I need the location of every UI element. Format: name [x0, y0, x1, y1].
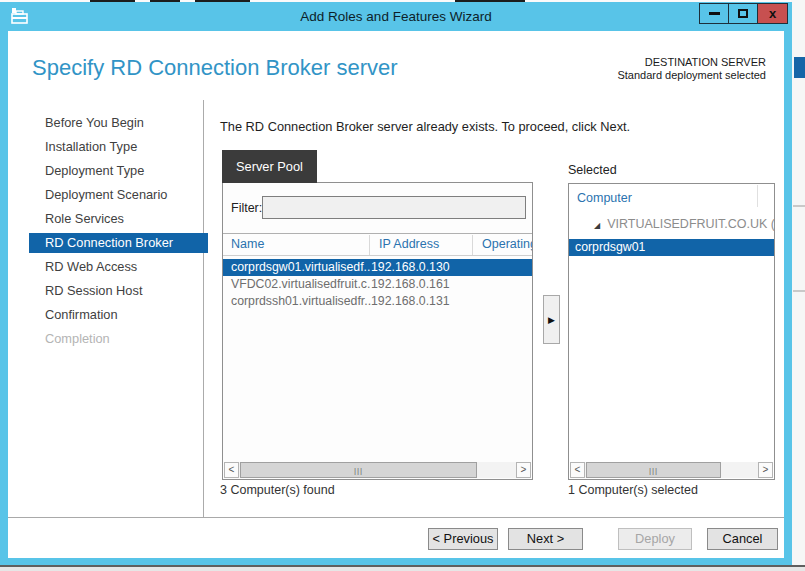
- scrollbar-thumb[interactable]: |||: [586, 462, 721, 478]
- computers-found-status: 3 Computer(s) found: [220, 483, 335, 497]
- destination-server-label: DESTINATION SERVER: [645, 56, 766, 68]
- sidebar-item-completion: Completion: [29, 329, 208, 349]
- table-header-underline: [223, 255, 532, 256]
- column-header-computer[interactable]: Computer: [577, 191, 632, 205]
- server-name-cell: corprdsgw01.virtualisedf...: [223, 259, 371, 276]
- sidebar-item-before-you-begin[interactable]: Before You Begin: [29, 113, 208, 133]
- close-icon: x: [769, 7, 776, 20]
- wizard-steps-nav: Before You Begin Installation Type Deplo…: [29, 113, 208, 353]
- sidebar-item-confirmation[interactable]: Confirmation: [29, 305, 208, 325]
- scroll-right-icon[interactable]: >: [516, 462, 531, 478]
- domain-group-label: VIRTUALISEDFRUIT.CO.UK (1: [607, 217, 775, 231]
- sidebar-item-installation-type[interactable]: Installation Type: [29, 137, 208, 157]
- server-ip-cell: 192.168.0.161: [371, 276, 450, 293]
- tree-expanded-icon: ◢: [594, 221, 600, 230]
- destination-server-value: Standard deployment selected: [617, 69, 766, 81]
- wizard-content: Specify RD Connection Broker server DEST…: [8, 31, 784, 558]
- table-row[interactable]: corprdsgw01.virtualisedf... 192.168.0.13…: [223, 259, 532, 276]
- horizontal-scrollbar[interactable]: < ||| >: [570, 462, 773, 478]
- page-title: Specify RD Connection Broker server: [32, 55, 398, 81]
- scroll-left-icon[interactable]: <: [224, 462, 239, 478]
- column-header-ip-address[interactable]: IP Address: [379, 237, 439, 251]
- selected-computers-panel: Computer ◢VIRTUALISEDFRUIT.CO.UK (1 corp…: [568, 183, 775, 480]
- table-row[interactable]: corprdssh01.virtualisedfr... 192.168.0.1…: [223, 293, 532, 310]
- filter-input[interactable]: [262, 196, 526, 219]
- selected-computer-item[interactable]: corprdsgw01: [569, 239, 774, 256]
- sidebar-item-deployment-type[interactable]: Deployment Type: [29, 161, 208, 181]
- selected-panel-label: Selected: [568, 163, 617, 177]
- background-window-fragment: [0, 567, 805, 571]
- close-button[interactable]: x: [757, 3, 788, 24]
- background-window-fragment: [793, 205, 805, 207]
- scroll-right-icon[interactable]: >: [758, 462, 773, 478]
- sidebar-item-role-services[interactable]: Role Services: [29, 209, 208, 229]
- filter-label: Filter:: [231, 201, 262, 215]
- server-pool-panel: Filter: Name IP Address Operating corprd…: [222, 182, 533, 480]
- column-header-operating-system[interactable]: Operating: [482, 237, 532, 251]
- server-ip-cell: 192.168.0.130: [371, 259, 450, 276]
- server-name-cell: corprdssh01.virtualisedfr...: [223, 293, 371, 310]
- minimize-icon: [709, 12, 720, 15]
- cancel-button[interactable]: Cancel: [707, 528, 778, 550]
- column-header-name[interactable]: Name: [231, 237, 264, 251]
- wizard-window: Add Roles and Features Wizard x Specify …: [0, 2, 792, 565]
- scrollbar-grip-icon: |||: [354, 466, 363, 475]
- sidebar-item-rd-connection-broker[interactable]: RD Connection Broker: [29, 233, 208, 253]
- footer-separator: [8, 517, 784, 518]
- domain-tree-group[interactable]: ◢VIRTUALISEDFRUIT.CO.UK (1: [569, 217, 775, 231]
- titlebar[interactable]: Add Roles and Features Wizard x: [0, 2, 792, 31]
- server-pool-rows: corprdsgw01.virtualisedf... 192.168.0.13…: [223, 259, 532, 310]
- computers-selected-status: 1 Computer(s) selected: [568, 483, 698, 497]
- maximize-button[interactable]: [728, 3, 758, 24]
- instruction-text: The RD Connection Broker server already …: [220, 119, 630, 134]
- window-controls: x: [700, 3, 788, 24]
- maximize-icon: [738, 9, 748, 18]
- table-border: [223, 233, 532, 234]
- window-title: Add Roles and Features Wizard: [0, 2, 792, 31]
- column-divider: [472, 235, 473, 255]
- background-window-fragment: [793, 290, 805, 292]
- background-window-fragment: [794, 57, 805, 78]
- scroll-left-icon[interactable]: <: [570, 462, 585, 478]
- column-divider: [369, 235, 370, 255]
- add-server-button[interactable]: ▶: [543, 295, 560, 344]
- sidebar-item-rd-web-access[interactable]: RD Web Access: [29, 257, 208, 277]
- server-name-cell: VFDC02.virtualisedfruit.c...: [223, 276, 371, 293]
- table-row[interactable]: VFDC02.virtualisedfruit.c... 192.168.0.1…: [223, 276, 532, 293]
- deploy-button: Deploy: [618, 528, 692, 550]
- horizontal-scrollbar[interactable]: < ||| >: [224, 462, 531, 478]
- next-button[interactable]: Next >: [508, 528, 583, 550]
- tab-server-pool[interactable]: Server Pool: [222, 150, 317, 183]
- right-arrow-icon: ▶: [548, 315, 555, 325]
- minimize-button[interactable]: [699, 3, 729, 24]
- previous-button[interactable]: < Previous: [428, 528, 498, 550]
- scrollbar-thumb[interactable]: |||: [240, 462, 477, 478]
- server-ip-cell: 192.168.0.131: [371, 293, 450, 310]
- sidebar-item-deployment-scenario[interactable]: Deployment Scenario: [29, 185, 208, 205]
- scrollbar-grip-icon: |||: [649, 466, 658, 475]
- sidebar-item-rd-session-host[interactable]: RD Session Host: [29, 281, 208, 301]
- column-divider: [757, 185, 758, 207]
- background-window-fragment: [791, 0, 805, 571]
